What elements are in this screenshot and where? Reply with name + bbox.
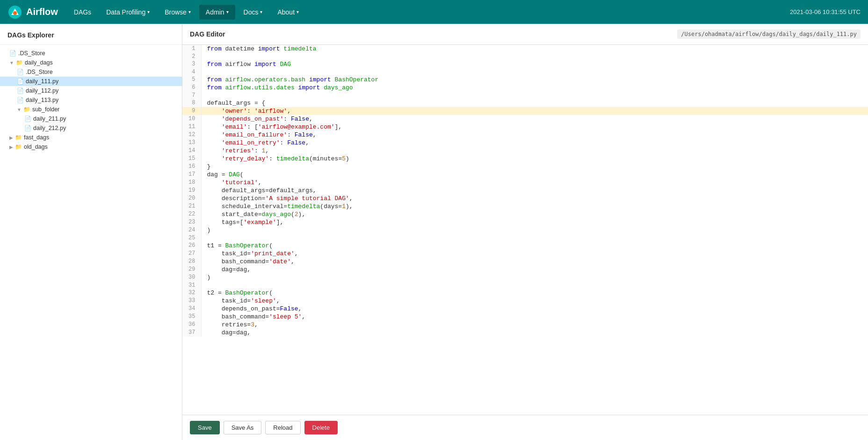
line-7: 7 [182, 92, 868, 99]
save-button[interactable]: Save [190, 421, 220, 434]
chevron-down-icon: ▾ [297, 9, 299, 14]
line-2: 2 [182, 53, 868, 60]
reload-button[interactable]: Reload [265, 421, 300, 434]
brand-label: Airflow [26, 7, 58, 17]
folder-icon: 📁 [15, 134, 22, 141]
expand-icon: ▶ [9, 144, 13, 150]
nav-data-profiling[interactable]: Data Profiling ▾ [100, 5, 156, 20]
expand-icon: ▼ [17, 107, 22, 112]
line-23: 23 tags=['example'], [182, 218, 868, 226]
dags-explorer-sidebar: DAGs Explorer 📄 .DS_Store ▼ 📁 daily_dags… [0, 24, 182, 440]
line-21: 21 schedule_interval=timedelta(days=1), [182, 202, 868, 210]
line-26: 26 t1 = BashOperator( [182, 242, 868, 250]
svg-point-2 [13, 11, 17, 15]
line-6: 6 from airflow.utils.dates import days_a… [182, 84, 868, 92]
tree-item-daily-212[interactable]: 📄 daily_212.py [0, 123, 182, 133]
editor-panel: DAG Editor /Users/ohadmata/airflow/dags/… [182, 24, 868, 440]
line-35: 35 bash_command='sleep 5', [182, 313, 868, 321]
tree-item-daily-111[interactable]: 📄 daily_111.py [0, 77, 182, 86]
line-15: 15 'retry_delay': timedelta(minutes=5) [182, 155, 868, 163]
line-31: 31 [182, 281, 868, 289]
line-16: 16 } [182, 163, 868, 171]
tree-item-daily-dags-folder[interactable]: ▼ 📁 daily_dags [0, 58, 182, 67]
tree-item-ds-store-daily[interactable]: 📄 .DS_Store [0, 67, 182, 77]
line-22: 22 start_date=days_ago(2), [182, 210, 868, 218]
line-12: 12 'email_on_failure': False, [182, 131, 868, 139]
file-icon: 📄 [17, 87, 24, 94]
line-33: 33 task_id='sleep', [182, 297, 868, 305]
save-as-button[interactable]: Save As [224, 421, 262, 434]
file-icon: 📄 [17, 69, 24, 75]
file-icon: 📄 [17, 78, 24, 85]
line-4: 4 [182, 68, 868, 76]
expand-icon: ▼ [9, 60, 14, 65]
code-table: 1 from datetime import timedelta 2 3 fro… [182, 45, 868, 337]
line-37: 37 dag=dag, [182, 329, 868, 337]
line-29: 29 dag=dag, [182, 266, 868, 274]
chevron-down-icon: ▾ [147, 9, 150, 14]
file-icon: 📄 [24, 125, 31, 131]
line-19: 19 default_args=default_args, [182, 187, 868, 195]
editor-title: DAG Editor [190, 30, 225, 38]
datetime-display: 2021-03-06 10:31:55 UTC [790, 8, 861, 15]
tree-item-ds-store-root[interactable]: 📄 .DS_Store [0, 49, 182, 58]
folder-icon: 📁 [23, 106, 30, 113]
chevron-down-icon: ▾ [226, 9, 229, 14]
folder-icon: 📁 [16, 59, 23, 66]
airflow-logo-icon [7, 5, 22, 20]
file-tree: 📄 .DS_Store ▼ 📁 daily_dags 📄 .DS_Store 📄… [0, 45, 182, 440]
line-20: 20 description='A simple tutorial DAG', [182, 195, 868, 202]
tree-item-daily-113[interactable]: 📄 daily_113.py [0, 95, 182, 105]
code-editor[interactable]: 1 from datetime import timedelta 2 3 fro… [182, 45, 868, 415]
line-36: 36 retries=3, [182, 321, 868, 329]
line-8: 8 default_args = { [182, 99, 868, 107]
tree-item-daily-211[interactable]: 📄 daily_211.py [0, 114, 182, 123]
chevron-down-icon: ▾ [260, 9, 262, 14]
line-13: 13 'email_on_retry': False, [182, 139, 868, 147]
line-32: 32 t2 = BashOperator( [182, 289, 868, 297]
line-34: 34 depends_on_past=False, [182, 305, 868, 313]
main-layout: DAGs Explorer 📄 .DS_Store ▼ 📁 daily_dags… [0, 24, 868, 440]
line-11: 11 'email': ['airflow@example.com'], [182, 123, 868, 131]
line-5: 5 from airflow.operators.bash import Bas… [182, 76, 868, 84]
tree-item-daily-112[interactable]: 📄 daily_112.py [0, 86, 182, 95]
line-10: 10 'depends_on_past': False, [182, 115, 868, 123]
tree-item-fast-dags[interactable]: ▶ 📁 fast_dags [0, 133, 182, 142]
line-24: 24 ) [182, 226, 868, 234]
tree-item-old-dags[interactable]: ▶ 📁 old_dags [0, 142, 182, 151]
nav-browse[interactable]: Browse ▾ [158, 5, 197, 20]
nav-docs[interactable]: Docs ▾ [237, 5, 269, 20]
file-icon: 📄 [9, 50, 16, 57]
editor-toolbar: Save Save As Reload Delete [182, 415, 868, 440]
sidebar-title: DAGs Explorer [0, 24, 182, 45]
nav-about[interactable]: About ▾ [271, 5, 305, 20]
line-17: 17 dag = DAG( [182, 171, 868, 179]
file-path: /Users/ohadmata/airflow/dags/daily_dags/… [677, 29, 861, 39]
navbar: Airflow DAGs Data Profiling ▾ Browse ▾ A… [0, 0, 868, 24]
brand[interactable]: Airflow [7, 5, 58, 20]
line-25: 25 [182, 234, 868, 242]
file-icon: 📄 [17, 97, 24, 103]
line-27: 27 task_id='print_date', [182, 250, 868, 258]
line-30: 30 ) [182, 274, 868, 281]
line-14: 14 'retries': 1, [182, 147, 868, 155]
delete-button[interactable]: Delete [304, 421, 338, 434]
nav-dags[interactable]: DAGs [67, 5, 98, 20]
line-28: 28 bash_command='date', [182, 258, 868, 266]
line-18: 18 'tutorial', [182, 179, 868, 187]
line-3: 3 from airflow import DAG [182, 60, 868, 68]
file-icon: 📄 [24, 115, 31, 122]
folder-icon: 📁 [15, 144, 22, 150]
line-9: 9 'owner': 'airflow', [182, 107, 868, 115]
chevron-down-icon: ▾ [188, 9, 191, 14]
expand-icon: ▶ [9, 135, 13, 140]
line-1: 1 from datetime import timedelta [182, 45, 868, 53]
nav-admin[interactable]: Admin ▾ [199, 5, 235, 20]
editor-header: DAG Editor /Users/ohadmata/airflow/dags/… [182, 24, 868, 45]
tree-item-sub-folder[interactable]: ▼ 📁 sub_folder [0, 105, 182, 114]
